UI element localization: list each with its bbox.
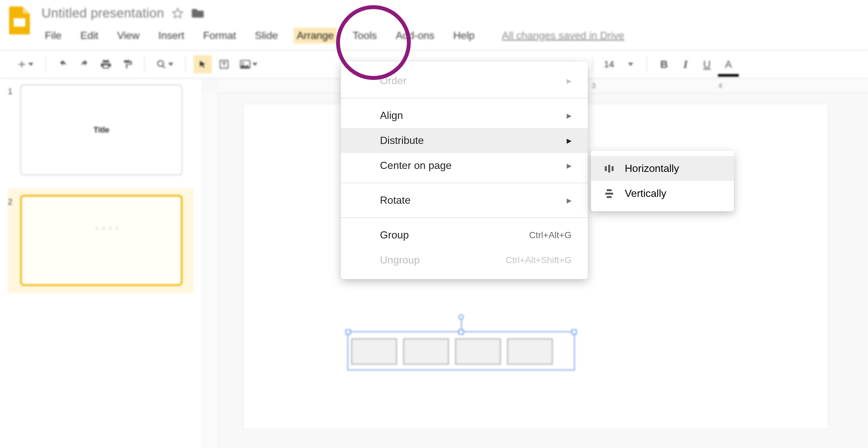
menu-item-label: Rotate — [380, 194, 410, 206]
paint-format-button[interactable] — [118, 55, 136, 73]
svg-line-2 — [163, 66, 165, 68]
menu-item-rotate[interactable]: Rotate ▶ — [341, 188, 588, 213]
arrange-dropdown-menu: Order ▶ Align ▶ Distribute ▶ Center on p… — [341, 62, 588, 279]
submenu-arrow-icon: ▶ — [567, 137, 571, 145]
ruler-tick: 4 — [718, 82, 722, 90]
submenu-arrow-icon: ▶ — [567, 77, 571, 85]
distribute-vertical-icon — [603, 188, 616, 200]
menu-arrange[interactable]: Arrange — [293, 28, 337, 43]
submenu-item-label: Horizontally — [625, 162, 679, 175]
menu-item-align[interactable]: Align ▶ — [341, 103, 588, 128]
shape-rect[interactable] — [403, 338, 449, 364]
svg-rect-10 — [605, 192, 613, 195]
slide-number: 1 — [8, 85, 12, 96]
shape-rect[interactable] — [351, 338, 397, 364]
menu-item-label: Order — [380, 75, 407, 87]
svg-rect-7 — [608, 165, 610, 173]
menu-separator — [341, 217, 588, 218]
menu-view[interactable]: View — [114, 28, 143, 43]
svg-rect-9 — [607, 189, 612, 191]
app-header: Untitled presentation File Edit View Ins… — [0, 0, 868, 43]
menu-separator — [341, 98, 588, 98]
bold-button[interactable]: B — [655, 55, 673, 73]
menu-item-label: Ungroup — [380, 254, 420, 266]
menu-item-group[interactable]: Group Ctrl+Alt+G — [341, 222, 588, 247]
new-slide-button[interactable] — [13, 55, 38, 73]
menu-format[interactable]: Format — [200, 28, 239, 43]
svg-marker-0 — [173, 8, 183, 18]
menu-item-order[interactable]: Order ▶ — [341, 68, 588, 93]
folder-icon[interactable] — [191, 8, 204, 19]
submenu-item-label: Vertically — [625, 187, 666, 200]
font-size-dropdown[interactable] — [621, 55, 639, 73]
submenu-arrow-icon: ▶ — [567, 162, 571, 170]
print-button[interactable] — [97, 55, 115, 73]
menu-insert[interactable]: Insert — [155, 28, 187, 43]
svg-point-5 — [242, 62, 244, 64]
text-color-button[interactable]: A — [719, 55, 738, 73]
font-size-value[interactable]: 14 — [601, 59, 617, 69]
thumb-title-label: Title — [94, 125, 110, 135]
menu-separator — [341, 183, 588, 183]
distribute-submenu: Horizontally Vertically — [591, 151, 734, 211]
save-status[interactable]: All changes saved in Drive — [502, 30, 624, 41]
resize-handle[interactable] — [459, 329, 464, 335]
shape-rect[interactable] — [507, 338, 553, 364]
menu-shortcut: Ctrl+Alt+Shift+G — [505, 255, 571, 265]
menu-shortcut: Ctrl+Alt+G — [529, 230, 571, 240]
menu-edit[interactable]: Edit — [77, 28, 102, 43]
svg-rect-8 — [612, 166, 614, 171]
menu-item-label: Center on page — [380, 159, 452, 172]
menu-item-label: Align — [380, 110, 403, 121]
slide-panel: 1 Title 2 ▫▫▫▫ — [0, 79, 202, 448]
resize-handle[interactable] — [571, 329, 577, 335]
menu-item-label: Distribute — [380, 135, 424, 147]
svg-rect-11 — [607, 196, 612, 198]
slide-number: 2 — [8, 195, 12, 207]
underline-button[interactable]: U — [698, 55, 716, 73]
slide-thumb-row: 1 Title — [8, 85, 193, 175]
slides-logo-icon — [6, 4, 32, 37]
selected-shape-group[interactable] — [347, 331, 575, 370]
submenu-arrow-icon: ▶ — [567, 197, 571, 204]
submenu-item-horizontally[interactable]: Horizontally — [591, 156, 734, 181]
thumb-shapes-preview: ▫▫▫▫ — [81, 197, 122, 234]
italic-button[interactable]: I — [676, 55, 694, 73]
menu-tools[interactable]: Tools — [349, 28, 380, 43]
menu-item-label: Group — [380, 229, 409, 241]
distribute-horizontal-icon — [603, 163, 616, 175]
ruler-tick: 3 — [592, 82, 595, 90]
menu-item-distribute[interactable]: Distribute ▶ — [341, 128, 588, 153]
rotation-handle[interactable] — [459, 315, 464, 320]
text-box-button[interactable] — [215, 55, 233, 73]
menu-addons[interactable]: Add-ons — [393, 28, 438, 43]
menu-item-center-on-page[interactable]: Center on page ▶ — [341, 153, 588, 178]
submenu-item-vertically[interactable]: Vertically — [591, 181, 734, 206]
menu-slide[interactable]: Slide — [252, 28, 281, 43]
shape-rect[interactable] — [455, 338, 501, 364]
slide-thumbnail-1[interactable]: Title — [20, 85, 183, 175]
undo-button[interactable] — [54, 55, 72, 73]
doc-title[interactable]: Untitled presentation — [41, 6, 164, 21]
submenu-arrow-icon: ▶ — [567, 112, 571, 120]
image-button[interactable] — [237, 55, 261, 73]
svg-rect-6 — [605, 166, 607, 171]
menu-help[interactable]: Help — [450, 28, 478, 43]
menu-file[interactable]: File — [41, 28, 65, 43]
zoom-button[interactable] — [153, 55, 177, 73]
menu-item-ungroup[interactable]: Ungroup Ctrl+Alt+Shift+G — [341, 247, 588, 273]
menubar: File Edit View Insert Format Slide Arran… — [41, 28, 868, 43]
star-icon[interactable] — [172, 7, 183, 19]
redo-button[interactable] — [75, 55, 94, 73]
vertical-ruler[interactable] — [202, 93, 218, 448]
slide-thumbnail-2[interactable]: ▫▫▫▫ — [20, 195, 183, 286]
svg-point-1 — [158, 61, 164, 67]
resize-handle[interactable] — [345, 329, 351, 335]
select-tool-button[interactable] — [193, 55, 212, 73]
